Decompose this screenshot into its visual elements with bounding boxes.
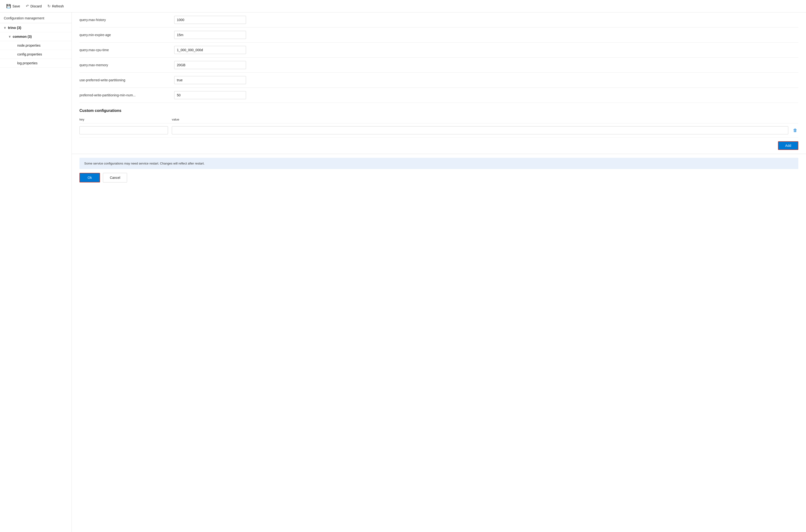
- config-value-input[interactable]: [174, 31, 246, 39]
- toolbar: 💾 Save ↶ Discard ↻ Refresh: [0, 0, 806, 13]
- key-column-header: key: [79, 118, 168, 121]
- sidebar-header: Configuration management: [0, 13, 72, 23]
- custom-key-input[interactable]: [79, 126, 168, 134]
- value-column-header: value: [172, 118, 798, 121]
- sidebar-item-label: node.properties: [17, 43, 40, 48]
- delete-row-button[interactable]: 🗑: [792, 127, 798, 134]
- chevron-icon: ∨: [4, 26, 6, 30]
- config-value-input[interactable]: [174, 76, 246, 84]
- config-value-container: [174, 46, 798, 54]
- refresh-button[interactable]: ↻ Refresh: [45, 2, 66, 10]
- custom-config-row: 🗑: [79, 124, 798, 137]
- config-value-container: [174, 16, 798, 24]
- config-section: query.max-historyquery.min-expire-ageque…: [72, 13, 806, 103]
- refresh-label: Refresh: [52, 4, 63, 8]
- footer-buttons: Ok Cancel: [72, 173, 806, 188]
- config-value-container: [174, 91, 798, 99]
- content-panel: query.max-historyquery.min-expire-ageque…: [72, 13, 806, 532]
- config-value-container: [174, 31, 798, 39]
- config-value-input[interactable]: [174, 61, 246, 69]
- config-value-input[interactable]: [174, 91, 246, 99]
- config-key-label: use-preferred-write-partitioning: [79, 78, 170, 82]
- sidebar-item-label: trino (3): [8, 25, 21, 30]
- add-button[interactable]: Add: [778, 141, 798, 150]
- save-icon: 💾: [6, 4, 11, 8]
- discard-button[interactable]: ↶ Discard: [23, 2, 44, 10]
- cancel-button[interactable]: Cancel: [103, 173, 127, 183]
- config-value-input[interactable]: [174, 46, 246, 54]
- main-layout: Configuration management ∨trino (3)∨comm…: [0, 13, 806, 532]
- chevron-icon: ∨: [8, 35, 11, 38]
- sidebar-item-node-props[interactable]: node.properties: [0, 41, 72, 50]
- config-key-label: query.max-history: [79, 18, 170, 22]
- config-row: query.min-expire-age: [79, 27, 798, 42]
- config-key-label: preferred-write-partitioning-min-num...: [79, 93, 170, 97]
- config-key-label: query.max-cpu-time: [79, 48, 170, 52]
- config-key-label: query.min-expire-age: [79, 33, 170, 37]
- save-label: Save: [13, 4, 20, 8]
- sidebar-item-log-props[interactable]: log.properties: [0, 59, 72, 68]
- sidebar-item-trino[interactable]: ∨trino (3): [0, 23, 72, 32]
- sidebar-item-config-props[interactable]: config.properties: [0, 50, 72, 59]
- custom-value-input[interactable]: [172, 126, 788, 134]
- sidebar-item-label: log.properties: [17, 61, 38, 65]
- custom-section-title: Custom configurations: [79, 109, 798, 113]
- sidebar-item-label: config.properties: [17, 52, 42, 56]
- save-button[interactable]: 💾 Save: [4, 2, 22, 10]
- config-row: use-preferred-write-partitioning: [79, 73, 798, 88]
- config-value-input[interactable]: [174, 16, 246, 24]
- info-banner: Some service configurations may need ser…: [79, 158, 798, 169]
- config-row: preferred-write-partitioning-min-num...: [79, 88, 798, 103]
- ok-button[interactable]: Ok: [79, 173, 100, 183]
- sidebar-title: Configuration management: [4, 16, 44, 20]
- config-key-label: query.max-memory: [79, 63, 170, 67]
- sidebar-item-label: common (3): [13, 35, 32, 38]
- refresh-icon: ↻: [48, 4, 51, 8]
- discard-icon: ↶: [26, 4, 29, 8]
- config-value-container: [174, 61, 798, 69]
- config-value-container: [174, 76, 798, 84]
- config-row: query.max-history: [79, 13, 798, 27]
- config-row: query.max-memory: [79, 58, 798, 73]
- add-button-area: Add: [72, 137, 806, 154]
- sidebar-item-common[interactable]: ∨common (3): [0, 32, 72, 41]
- sidebar: Configuration management ∨trino (3)∨comm…: [0, 13, 72, 532]
- discard-label: Discard: [31, 4, 42, 8]
- config-row: query.max-cpu-time: [79, 42, 798, 58]
- custom-table-header: key value: [79, 118, 798, 124]
- custom-configurations-section: Custom configurations key value 🗑: [72, 103, 806, 137]
